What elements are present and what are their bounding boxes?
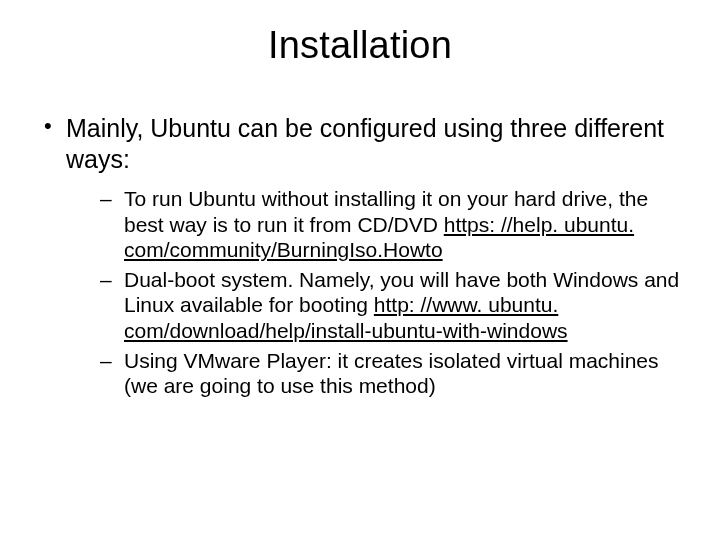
list-item: To run Ubuntu without installing it on y… [100,186,690,263]
item-text: Using VMware Player: it creates isolated… [124,349,659,398]
bullet-list-level2: To run Ubuntu without installing it on y… [66,186,690,399]
bullet-list-level1: Mainly, Ubuntu can be configured using t… [30,113,690,399]
list-item: Dual-boot system. Namely, you will have … [100,267,690,344]
list-item: Using VMware Player: it creates isolated… [100,348,690,399]
slide-title: Installation [30,24,690,67]
intro-text: Mainly, Ubuntu can be configured using t… [66,114,664,173]
intro-bullet: Mainly, Ubuntu can be configured using t… [38,113,690,399]
